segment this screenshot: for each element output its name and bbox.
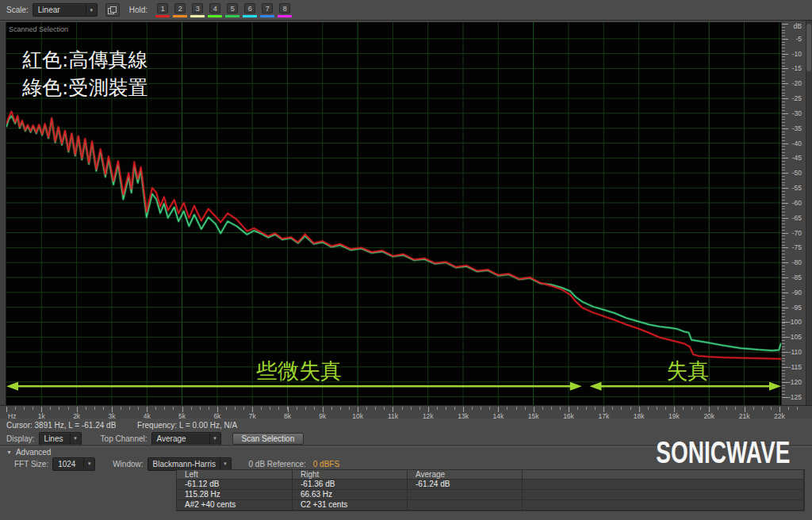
table-header-cell: Right xyxy=(293,470,408,480)
table-cell xyxy=(523,480,804,490)
hold-button-face: 6 xyxy=(244,3,255,13)
y-axis-label: -20 xyxy=(792,79,802,87)
top-channel-dropdown[interactable]: Average ▼ xyxy=(151,432,221,445)
scale-dropdown[interactable]: Linear ▼ xyxy=(33,3,98,17)
y-axis-label: -40 xyxy=(792,140,802,147)
table-cell xyxy=(523,500,804,510)
y-axis-label: -65 xyxy=(792,214,802,222)
y-axis-label: -100 xyxy=(788,318,802,326)
hold-button-1[interactable]: 1 xyxy=(157,3,168,17)
scale-label: Scale: xyxy=(6,6,29,14)
scale-value: Linear xyxy=(33,6,86,14)
table-cell: A#2 +40 cents xyxy=(177,500,293,510)
table-cell: 66.63 Hz xyxy=(293,490,408,500)
copy-graph-button[interactable] xyxy=(105,3,120,17)
y-axis-label: -125 xyxy=(788,393,802,401)
hold-button-4[interactable]: 4 xyxy=(209,3,220,17)
chevron-down-icon: ▼ xyxy=(220,458,231,470)
top-toolbar: Scale: Linear ▼ Hold: 12345678 xyxy=(0,0,812,21)
hold-button-6[interactable]: 6 xyxy=(244,3,255,17)
series-glow xyxy=(6,116,781,350)
fft-size-dropdown[interactable]: 1024 ▼ xyxy=(52,457,95,471)
display-label: Display: xyxy=(6,434,35,443)
hold-buttons-group: 12345678 xyxy=(157,3,290,17)
y-axis-label: -70 xyxy=(792,229,802,237)
y-axis-label: -25 xyxy=(792,94,802,102)
frequency-analysis-window: { "toolbar": { "scale_label": "Scale:", … xyxy=(0,0,812,520)
hold-button-5[interactable]: 5 xyxy=(227,3,238,17)
y-axis-label: -50 xyxy=(792,169,802,177)
series-glow xyxy=(6,112,781,359)
table-header-cell: Average xyxy=(408,470,523,480)
spectrum-panel: Scanned Selection 紅色:高傳真線 綠色:受測裝置 些微失真失真… xyxy=(0,20,812,419)
display-dropdown[interactable]: Lines ▼ xyxy=(39,432,82,445)
fft-size-label: FFT Size: xyxy=(14,460,48,468)
scrollbar-thumb[interactable] xyxy=(806,24,811,71)
db-ruler[interactable]: dB-5-10-15-20-25-30-35-40-45-50-55-60-65… xyxy=(781,22,806,405)
chevron-down-icon: ▼ xyxy=(209,433,220,445)
y-axis-label: -105 xyxy=(788,333,802,341)
hold-button-7[interactable]: 7 xyxy=(262,3,273,17)
spectrum-plot-canvas[interactable]: Scanned Selection 紅色:高傳真線 綠色:受測裝置 些微失真失真 xyxy=(6,22,781,405)
table-row: 115.28 Hz66.63 Hz xyxy=(177,490,804,500)
series-curve-green xyxy=(6,116,781,350)
hold-color-bar xyxy=(225,15,239,17)
hold-color-bar xyxy=(208,15,222,17)
hold-button-face: 5 xyxy=(227,3,238,13)
legend-green-line: 綠色:受測裝置 xyxy=(22,74,147,101)
frequency-readout: Frequency: L = 0.00 Hz, N/A xyxy=(137,421,237,430)
hold-color-bar xyxy=(243,15,257,17)
left-edge-strip xyxy=(0,22,6,405)
arrow-left-head-icon xyxy=(590,382,602,391)
table-header-cell: Left xyxy=(177,470,293,480)
top-channel-label: Top Channel: xyxy=(101,434,147,443)
y-axis-label: -110 xyxy=(789,348,802,356)
display-options-row: Display: Lines ▼ Top Channel: Average ▼ … xyxy=(6,432,304,445)
hold-color-bar xyxy=(190,15,205,17)
chevron-down-icon: ▼ xyxy=(70,433,81,445)
chevron-down-icon: ▼ xyxy=(83,458,94,470)
y-axis-label: -75 xyxy=(792,243,802,251)
y-axis-label: -10 xyxy=(792,50,802,58)
hold-color-bar xyxy=(278,15,292,17)
vertical-scrollbar[interactable] xyxy=(806,21,812,405)
scan-selection-button[interactable]: Scan Selection xyxy=(232,433,304,445)
advanced-section-toggle[interactable]: ▼ Advanced xyxy=(6,448,51,457)
y-axis-label: -35 xyxy=(792,124,802,132)
cursor-status-row: Cursor: 3891 Hz, L = -61.24 dB Frequency… xyxy=(6,421,256,430)
y-axis-label: -115 xyxy=(789,363,802,371)
y-axis-label: -45 xyxy=(792,154,802,162)
hold-button-8[interactable]: 8 xyxy=(279,3,290,17)
results-table: LeftRightAverage-61.12 dB-61.36 dB-61.24… xyxy=(176,469,805,511)
window-label: Window: xyxy=(113,460,143,468)
hold-color-bar xyxy=(260,15,274,17)
reference-value[interactable]: 0 dBFS xyxy=(313,460,339,468)
table-header-row: LeftRightAverage xyxy=(177,470,804,480)
y-axis-label: -80 xyxy=(792,258,802,266)
frequency-ruler[interactable]: Hz1k2k3k4k5k6k7k8k9k10k11k12k13k14k15k16… xyxy=(0,405,812,419)
hold-button-face: 2 xyxy=(174,3,186,13)
legend-overlay: 紅色:高傳真線 綠色:受測裝置 xyxy=(22,46,147,101)
table-cell: C2 +31 cents xyxy=(293,500,408,510)
table-cell: -61.24 dB xyxy=(408,480,523,490)
triangle-down-icon: ▼ xyxy=(6,449,12,455)
table-cell xyxy=(408,500,523,510)
y-axis-label: -30 xyxy=(792,109,802,117)
hold-button-2[interactable]: 2 xyxy=(174,3,186,17)
copy-icon xyxy=(108,6,117,14)
table-cell: -61.12 dB xyxy=(177,480,293,490)
reference-label: 0 dB Reference: xyxy=(249,460,306,468)
arrow-right-head-icon xyxy=(570,382,582,391)
window-dropdown[interactable]: Blackmann-Harris ▼ xyxy=(147,457,232,471)
frequency-major-ticks xyxy=(6,407,806,412)
y-axis-label: -55 xyxy=(792,184,802,192)
db-major-ticks xyxy=(782,24,788,398)
hold-button-face: 4 xyxy=(209,3,220,13)
cursor-readout: Cursor: 3891 Hz, L = -61.24 dB xyxy=(6,421,116,430)
table-cell: -61.36 dB xyxy=(293,480,408,490)
y-axis-label: -60 xyxy=(792,199,802,207)
y-axis-label: -120 xyxy=(788,378,802,386)
fft-options-row: FFT Size: 1024 ▼ Window: Blackmann-Harri… xyxy=(14,457,339,470)
hold-button-3[interactable]: 3 xyxy=(192,3,203,17)
selection-label: Scanned Selection xyxy=(9,25,68,33)
